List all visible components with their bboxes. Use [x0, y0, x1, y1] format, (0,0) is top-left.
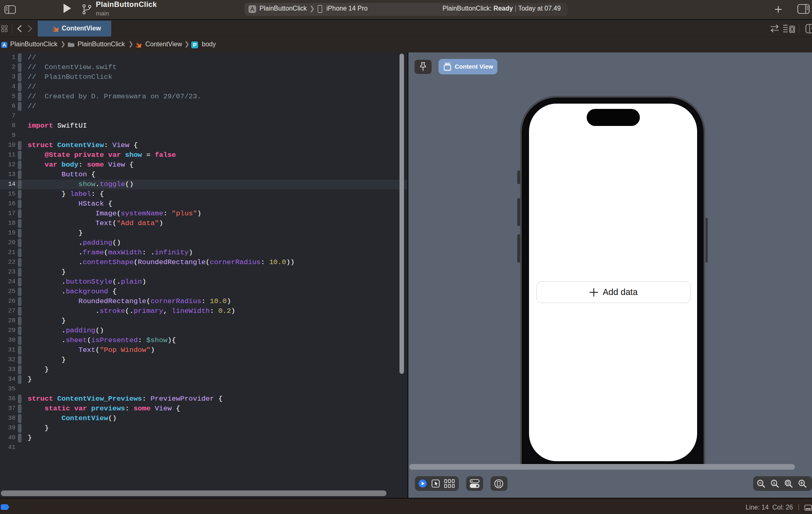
svg-text:1: 1 — [773, 481, 775, 485]
